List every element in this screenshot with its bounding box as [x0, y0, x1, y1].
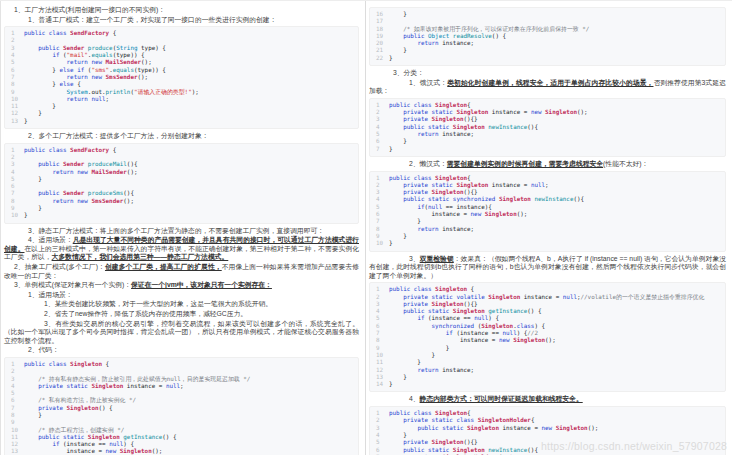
- line-number: 6: [372, 211, 389, 218]
- code-text: }: [389, 47, 407, 53]
- line-number: 9: [7, 205, 24, 212]
- line-number: 2: [372, 294, 389, 301]
- line-number: 2: [7, 368, 24, 375]
- code-line: 13 }: [372, 374, 723, 381]
- code-line: 11 public static Singleton getInstance()…: [7, 434, 356, 441]
- code-text: private static Singleton instance = null…: [24, 383, 184, 389]
- text-segment: 3、静态工厂方法模式：将上面的多个工厂方法置为静态的，不需要创建工厂实例，直接调…: [28, 227, 324, 234]
- line-number: 4: [7, 383, 24, 390]
- text-segment: 1、适用场景：: [28, 291, 73, 298]
- code-text: public class SendFactory {: [24, 30, 116, 36]
- code-line: 3 /* 持有私有静态实例，防止被引用，此处赋值为null，目的是实现延迟加载 …: [7, 376, 356, 383]
- line-number: 11: [372, 359, 389, 366]
- code-line: 6: [7, 183, 356, 190]
- line-number: 10: [7, 96, 24, 103]
- code-line: 17: [372, 18, 723, 25]
- code-text: public class Singleton {: [24, 361, 109, 367]
- text-segment: 2、抽象工厂模式(多个工厂)：: [14, 263, 105, 270]
- line-number: 20: [372, 40, 389, 47]
- code-line: 8 } else {: [7, 81, 356, 88]
- line-number: 2: [7, 154, 24, 161]
- line-number: 9: [7, 89, 24, 96]
- code-line: 3 private Singleton(){}: [372, 189, 723, 196]
- code-line: 12 return instance;: [372, 367, 723, 374]
- line-number: 7: [7, 405, 24, 412]
- line-number: 4: [7, 52, 24, 59]
- emphasized-text: 创建多个工厂类，提高工厂的扩展性，: [105, 263, 222, 270]
- paragraph: 2、懒汉式：需要创建单例实例的时候再创建，需要考虑线程安全(性能不太好)：: [369, 160, 726, 169]
- paragraph: 3、双重检验锁：效果真：（假如两个线程A、b，A执行了 if (instance…: [369, 255, 726, 281]
- line-number: 5: [372, 131, 389, 138]
- line-number: 3: [372, 425, 389, 432]
- line-number: 4: [372, 432, 389, 439]
- code-line: 11 }: [372, 359, 723, 366]
- code-line: 4 }: [372, 432, 723, 439]
- code-text: if (instance == null) {//2: [389, 330, 538, 336]
- line-number: 11: [7, 103, 24, 110]
- text-segment: 3、分类：: [393, 69, 424, 76]
- text-segment: 1、饿汉式：: [409, 79, 447, 86]
- code-line: 18 /* 如果该对象被用于序列化，可以保证对象在序列化前后保持一致 */: [372, 26, 723, 33]
- code-block: 1public class Singleton {23 /* 持有私有静态实例，…: [4, 357, 359, 455]
- text-segment: 1、工厂方法模式(利用创建同一接口的不同实例)：: [14, 6, 165, 13]
- code-line: 10}: [7, 212, 356, 219]
- line-number: 4: [372, 308, 389, 315]
- line-number: 6: [7, 183, 24, 190]
- code-text: private Singleton() {: [24, 405, 113, 411]
- code-text: }: [389, 218, 421, 224]
- line-number: 5: [7, 390, 24, 397]
- line-number: 7: [7, 74, 24, 81]
- code-text: private Singleton(){}: [389, 301, 478, 307]
- code-line: 6 } else if ("sms".equals(type)) {: [7, 67, 356, 74]
- line-number: 3: [7, 45, 24, 52]
- code-line: 2: [7, 154, 356, 161]
- code-block: 1public class Singleton{2 private static…: [369, 171, 726, 252]
- code-line: 1public class SendFactory {: [7, 147, 356, 154]
- code-text: }: [389, 345, 449, 351]
- code-text: public static Singleton newInstance(){: [389, 124, 538, 130]
- code-text: public Sender produceMail(){: [24, 161, 138, 167]
- emphasized-text: 大多数情况下，我们会选用第三种——静态工厂方法模式。: [52, 253, 229, 260]
- paragraph: 1、适用场景：: [4, 291, 359, 300]
- line-number: 13: [372, 374, 389, 381]
- code-text: synchronized (Singleton.class) {: [389, 323, 545, 329]
- code-text: } else if ("sms".equals(type)) {: [24, 67, 166, 73]
- code-text: private static Singleton instance = new …: [389, 109, 588, 115]
- code-text: if ("mail".equals(type)) {: [24, 52, 145, 58]
- page-column-left: 1、工厂方法模式(利用创建同一接口的不同实例)：1、普通工厂模式：建立一个工厂类…: [0, 1, 366, 455]
- code-text: instance = new Singleton();: [389, 337, 556, 343]
- line-number: 5: [7, 176, 24, 183]
- code-text: private static class SingletonHolder{: [389, 417, 534, 423]
- code-block: 1public class Singleton {2 private stati…: [369, 282, 726, 392]
- code-text: /* 如果该对象被用于序列化，可以保证对象在序列化前后保持一致 */: [389, 26, 589, 32]
- paragraph: 1、某些类创建比较频繁，对于一些大型的对象，这是一笔很大的系统开销。: [4, 300, 359, 309]
- code-text: }: [389, 240, 393, 246]
- code-line: 6 synchronized (Singleton.class) {: [372, 323, 723, 330]
- code-line: 7}: [372, 146, 723, 153]
- code-text: public Sender produceSms(){: [24, 190, 134, 196]
- text-segment: 4、适用场景：: [28, 236, 73, 243]
- code-line: 5 return instance;: [372, 131, 723, 138]
- code-text: }: [389, 55, 393, 61]
- text-segment: 2、懒汉式：: [409, 160, 447, 167]
- code-line: 16 }: [372, 11, 723, 18]
- code-line: 5 if (instance == null) {: [372, 315, 723, 322]
- code-text: if (instance == null) {: [24, 441, 134, 447]
- code-line: 12 if (instance == null) {: [7, 441, 356, 448]
- code-text: private Singleton(){}: [389, 439, 478, 445]
- code-text: }: [24, 103, 56, 109]
- code-text: System.out.println("请输入正确的类型!");: [24, 89, 199, 95]
- line-number: 14: [372, 381, 389, 388]
- code-text: return instance;: [389, 131, 474, 137]
- code-line: 21 }: [372, 47, 723, 54]
- code-line: 4 if ("mail".equals(type)) {: [7, 52, 356, 59]
- code-text: instance = new Singleton();: [24, 448, 162, 454]
- line-number: 5: [372, 439, 389, 446]
- code-text: private Singleton(){}: [389, 189, 478, 195]
- code-line: 9 }: [372, 345, 723, 352]
- code-text: public Object readResolve() {: [389, 33, 506, 39]
- line-number: 2: [7, 37, 24, 44]
- line-number: 12: [7, 441, 24, 448]
- line-number: 10: [7, 212, 24, 219]
- code-text: public Sender produce(String type) {: [24, 45, 166, 51]
